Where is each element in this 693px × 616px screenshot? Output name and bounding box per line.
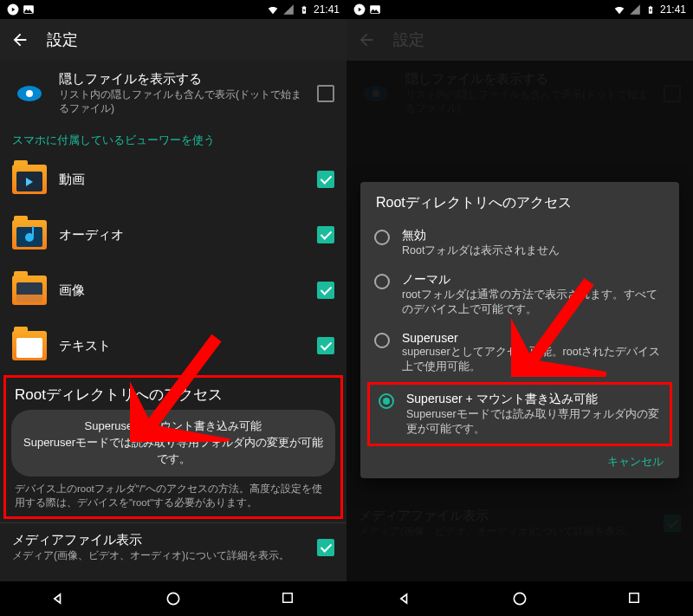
radio-option-normal[interactable]: ノーマル rootフォルダは通常の方法で表示されます。すべてのデバイス上で可能で…	[369, 265, 670, 324]
signal-icon	[629, 3, 641, 16]
root-access-desc: デバイス上のrootフォルダ"/"へのアクセスの方法。高度な設定を使用する際は、…	[11, 477, 335, 509]
hidden-files-checkbox[interactable]	[317, 85, 334, 102]
nav-recents-icon[interactable]	[626, 590, 644, 607]
app-bar: 設定	[0, 19, 346, 61]
settings-content: 隠しファイルを表示する リスト内の隠しファイルも含んで表示(ドットで始まるファイ…	[0, 61, 346, 581]
media-sub: メディア(画像、ビデオ、オーディオ)について詳細を表示。	[12, 548, 305, 562]
svg-rect-3	[303, 5, 305, 6]
battery-icon	[644, 3, 657, 16]
nav-bar	[0, 581, 346, 616]
radio-option-superuser-mount[interactable]: Superuser + マウント書き込み可能 Superuserモードでは読み取…	[373, 388, 666, 440]
hidden-files-sub: リスト内の隠しファイルも含んで表示(ドットで始まるファイル)	[59, 88, 305, 115]
svg-point-5	[167, 593, 178, 604]
root-access-title: Rootディレクトリへのアクセス	[11, 383, 335, 410]
row-hidden-files[interactable]: 隠しファイルを表示する リスト内の隠しファイルも含んで表示(ドットで始まるファイ…	[0, 61, 346, 126]
radio-sub: Superuserモードでは読み取り専用フォルダ内の変更が可能です。	[406, 407, 661, 437]
picture-icon	[369, 3, 381, 16]
row-viewer-video[interactable]: 動画	[0, 152, 346, 207]
page-title: 設定	[47, 29, 78, 50]
row-viewer-image[interactable]: 画像	[0, 263, 346, 318]
status-time: 21:41	[314, 3, 340, 16]
viewer-video-label: 動画	[59, 172, 305, 188]
radio-title: 無効	[402, 228, 665, 243]
media-title: メディアファイル表示	[12, 532, 305, 548]
back-icon[interactable]	[357, 30, 376, 49]
radio-icon	[379, 393, 394, 409]
divider	[0, 522, 346, 523]
radio-option-disabled[interactable]: 無効 Rootフォルダは表示されません	[369, 221, 670, 265]
viewer-text-label: テキスト	[59, 338, 305, 354]
radio-sub: Rootフォルダは表示されません	[402, 243, 665, 258]
radio-title: Superuser	[402, 331, 665, 345]
viewer-video-checkbox[interactable]	[317, 171, 334, 188]
radio-title: ノーマル	[402, 272, 665, 288]
root-access-dialog: Rootディレクトリへのアクセス 無効 Rootフォルダは表示されません ノーマ…	[360, 182, 679, 478]
svg-point-12	[514, 593, 525, 604]
row-viewer-text[interactable]: テキスト	[0, 318, 346, 373]
row-viewer-audio[interactable]: オーディオ	[0, 207, 346, 263]
nav-bar	[346, 581, 693, 616]
radio-sub: superuserとしてアクセス可能。rootされたデバイス上で使用可能。	[402, 345, 665, 374]
wifi-icon	[267, 3, 279, 16]
settings-content: 隠しファイルを表示する リスト内の隠しファイルも含んで表示(ドットで始まるファイ…	[346, 61, 693, 581]
hidden-files-title: 隠しファイルを表示する	[59, 71, 305, 88]
svg-rect-10	[650, 5, 651, 6]
back-icon[interactable]	[10, 30, 29, 49]
radio-option-highlight: Superuser + マウント書き込み可能 Superuserモードでは読み取…	[367, 382, 672, 446]
radio-sub: rootフォルダは通常の方法で表示されます。すべてのデバイス上で可能です。	[402, 288, 665, 317]
nav-home-icon[interactable]	[511, 590, 528, 607]
app-bar: 設定	[346, 19, 693, 61]
radio-icon	[374, 274, 390, 289]
nav-back-icon[interactable]	[49, 590, 67, 607]
dialog-actions: キャンセル	[369, 448, 670, 471]
nav-recents-icon[interactable]	[280, 590, 297, 607]
viewer-audio-checkbox[interactable]	[317, 226, 334, 243]
eye-icon	[12, 76, 47, 111]
nav-home-icon[interactable]	[165, 590, 182, 607]
media-checkbox[interactable]	[317, 539, 334, 556]
folder-video-icon	[12, 162, 47, 197]
radio-option-superuser[interactable]: Superuser superuserとしてアクセス可能。rootされたデバイス…	[369, 324, 670, 381]
viewer-section-label: スマホに付属しているビューワーを使う	[0, 126, 346, 152]
phone-right: 21:41 設定 隠しファイルを表示する リスト内の隠しファイルも含んで表示(ド…	[346, 0, 693, 616]
page-title: 設定	[393, 29, 424, 50]
status-time: 21:41	[660, 3, 686, 16]
root-access-highlight: Rootディレクトリへのアクセス Superuser + マウント書き込み可能 …	[3, 375, 343, 519]
root-access-toast-body: Superuserモードでは読み取り専用フォルダ内の変更が可能です。	[23, 435, 323, 468]
radio-title: Superuser + マウント書き込み可能	[406, 392, 661, 407]
dialog-title: Rootディレクトリへのアクセス	[369, 194, 670, 221]
signal-icon	[282, 3, 295, 16]
wifi-icon	[613, 3, 625, 16]
picture-icon	[23, 3, 35, 16]
viewer-text-checkbox[interactable]	[317, 337, 334, 354]
svg-rect-13	[630, 593, 639, 603]
radio-icon	[374, 333, 390, 348]
status-bar: 21:41	[346, 0, 693, 19]
folder-audio-icon	[12, 217, 47, 252]
root-access-toast-title: Superuser + マウント書き込み可能	[23, 418, 323, 435]
music-icon	[7, 3, 19, 16]
viewer-image-checkbox[interactable]	[317, 282, 334, 299]
viewer-image-label: 画像	[59, 282, 305, 299]
phone-left: 21:41 設定 隠しファイルを表示する リスト内の隠しファイルも含んで表示(ド…	[0, 0, 346, 616]
cancel-button[interactable]: キャンセル	[607, 455, 664, 468]
svg-rect-6	[283, 593, 293, 603]
row-media[interactable]: メディアファイル表示 メディア(画像、ビデオ、オーディオ)について詳細を表示。	[0, 527, 346, 573]
radio-icon	[374, 230, 390, 245]
music-icon	[353, 3, 366, 16]
battery-icon	[298, 3, 310, 16]
status-bar: 21:41	[0, 0, 346, 19]
folder-image-icon	[12, 273, 47, 308]
folder-text-icon	[12, 328, 47, 363]
root-access-toast: Superuser + マウント書き込み可能 Superuserモードでは読み取…	[11, 410, 335, 477]
nav-back-icon[interactable]	[396, 590, 413, 607]
viewer-audio-label: オーディオ	[59, 227, 305, 243]
